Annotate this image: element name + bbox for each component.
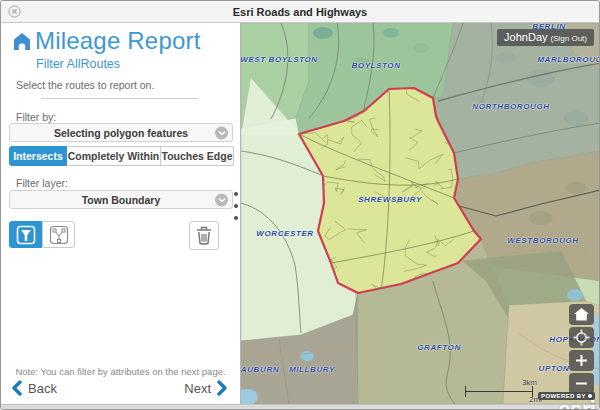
map-controls — [569, 304, 594, 394]
instruction-text: Select the routes to report on. — [16, 79, 154, 91]
filter-layer-value: Town Boundary — [82, 194, 161, 206]
chevron-left-icon — [11, 380, 22, 396]
report-home-icon — [12, 31, 32, 51]
polygon-select-icon — [16, 225, 36, 245]
page-title: Mileage Report — [35, 27, 201, 55]
trash-icon — [196, 226, 212, 245]
zoom-in-button[interactable] — [569, 350, 594, 371]
map-canvas[interactable]: WEST BOYLSTONBOYLSTONBERLINMARLBOROUGHNO… — [241, 23, 600, 404]
redraw-polygon-button[interactable] — [42, 221, 75, 248]
plus-icon — [575, 354, 588, 367]
chevron-right-icon — [217, 380, 228, 396]
polygon-vertices-icon — [49, 225, 69, 245]
delete-selection-button[interactable] — [189, 221, 219, 250]
note-text: Note: You can filter by attributes on th… — [1, 366, 240, 377]
spatial-relation-group: Intersects Completely Within Touches Edg… — [9, 146, 234, 166]
next-label: Next — [184, 381, 211, 396]
scale-line — [465, 391, 533, 392]
filter-mode-value: Selecting polygon features — [54, 127, 188, 139]
app-window: WEST BOYLSTONBOYLSTONBERLINMARLBOROUGHNO… — [0, 0, 600, 410]
scale-km-label: 3km — [522, 378, 537, 387]
select-by-polygon-button[interactable] — [9, 221, 42, 248]
next-button[interactable]: Next — [184, 380, 228, 396]
page-subtitle: Filter AllRoutes — [36, 57, 120, 71]
back-button[interactable]: Back — [11, 380, 57, 396]
basemap-render — [241, 23, 600, 404]
app-title: Esri Roads and Highways — [1, 1, 599, 23]
filter-layer-dropdown[interactable]: Town Boundary — [9, 190, 233, 209]
app-titlebar: Esri Roads and Highways — [1, 1, 599, 23]
filter-layer-label: Filter layer: — [16, 177, 68, 189]
home-button[interactable] — [569, 304, 594, 325]
intersects-button[interactable]: Intersects — [9, 146, 67, 166]
completely-within-button[interactable]: Completely Within — [67, 146, 161, 166]
window-bottom-edge — [1, 404, 599, 410]
chevron-down-icon — [215, 126, 228, 139]
sign-out-label: (Sign Out) — [551, 34, 587, 43]
map-scalebar: 3km 2mi — [463, 377, 543, 404]
close-icon[interactable] — [8, 5, 21, 18]
user-name: JohnDay — [504, 31, 547, 43]
chevron-down-icon — [215, 193, 228, 206]
locate-icon — [573, 329, 590, 346]
esri-logo: POWERED BY esri — [538, 384, 595, 410]
touches-edge-button[interactable]: Touches Edge — [161, 146, 234, 166]
filter-by-label: Filter by: — [16, 111, 56, 123]
esri-wordmark: esri — [538, 402, 595, 410]
back-label: Back — [28, 381, 57, 396]
locate-button[interactable] — [569, 327, 594, 348]
panel-drag-handle[interactable] — [234, 192, 238, 220]
mileage-report-panel: Mileage Report Filter AllRoutes Select t… — [1, 23, 241, 404]
user-signout-button[interactable]: JohnDay (Sign Out) — [497, 29, 594, 46]
home-icon — [574, 308, 589, 321]
filter-mode-dropdown[interactable]: Selecting polygon features — [9, 123, 233, 142]
divider — [41, 98, 198, 99]
